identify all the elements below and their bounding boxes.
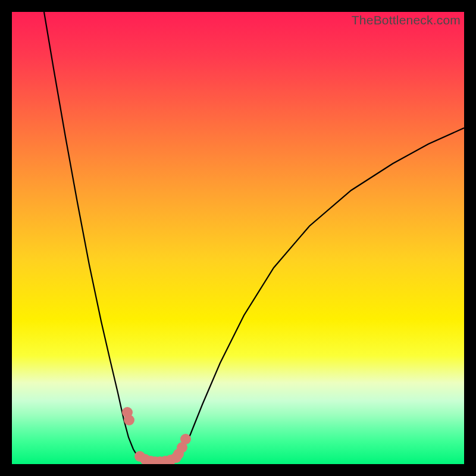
fit-marker <box>180 434 191 444</box>
fit-marker <box>124 415 134 425</box>
curve-path <box>44 12 464 463</box>
marker-group <box>122 407 191 464</box>
plot-area: TheBottleneck.com <box>12 12 464 464</box>
bottleneck-curve <box>12 12 464 464</box>
